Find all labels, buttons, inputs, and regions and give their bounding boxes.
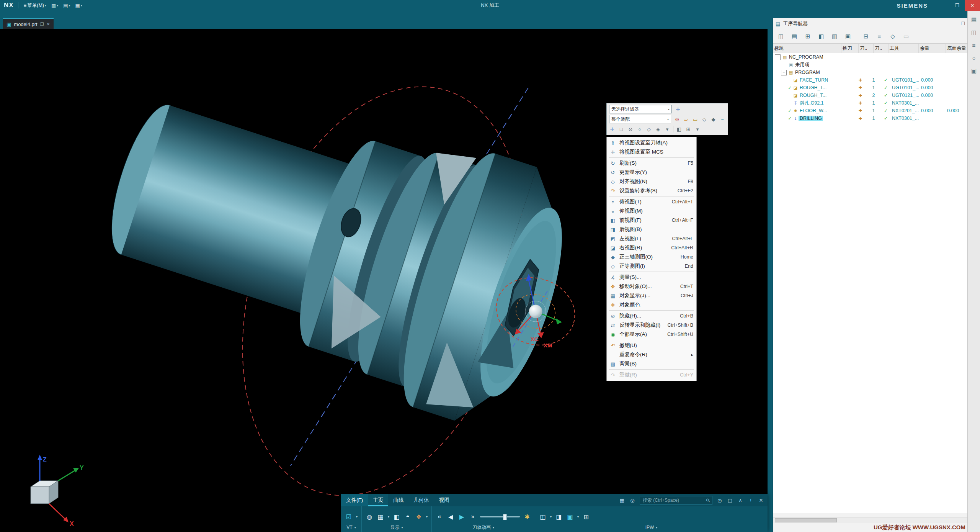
group-label-ipw[interactable]: IPW ▾ [539, 524, 764, 531]
half-section-icon[interactable]: ◧ [393, 513, 400, 521]
tree-row-nc-program[interactable]: − ▤ NC_PROGRAM [773, 53, 968, 61]
menu-item-background[interactable]: ▨ 背景(B) [607, 359, 696, 368]
snap-more-icon[interactable]: ▾ [663, 125, 672, 133]
col-tool[interactable]: 工具 [889, 44, 919, 53]
midpoint-snap-icon[interactable]: ⊙ [626, 125, 635, 133]
rewind-icon[interactable]: « [436, 513, 443, 520]
edit-object-display-icon[interactable]: ❖ [415, 513, 423, 521]
group-label-toolpath-animation[interactable]: 刀轨动画 ▾ [436, 524, 531, 531]
quick-access-save-button[interactable]: ▥ ▾ [50, 2, 59, 9]
col-toolchange[interactable]: 换刀 [841, 44, 859, 53]
scrollbar-thumb[interactable] [775, 518, 837, 522]
btn-export[interactable]: ◇ [887, 31, 899, 42]
tree-row-face-turn[interactable]: ◪ FACE_TURN ✚ 1 ✓ UGT0101_... 0.000 [773, 76, 968, 84]
alert-icon[interactable]: ! [746, 496, 755, 505]
view-orient-icon[interactable]: ◓ [404, 513, 412, 520]
no-selection-icon[interactable]: ⊘ [673, 115, 682, 123]
menu-item-refresh[interactable]: ↻ 刷新(S) F5 [607, 159, 696, 168]
menu-item-set-rotation-reference[interactable]: ↷ 设置旋转参考(S) Ctrl+F2 [607, 186, 696, 195]
face-snap-icon[interactable]: ◧ [675, 125, 684, 133]
chevron-down-icon[interactable]: ▾ [577, 515, 579, 519]
menu-item-update-display[interactable]: ↺ 更新显示(Y) [607, 168, 696, 177]
reuse-library-icon[interactable]: ○ [972, 55, 975, 61]
tab-close-icon[interactable]: ✕ [47, 22, 50, 27]
btn-machine-tool-view[interactable]: ▤ [788, 31, 800, 42]
animation-settings-icon[interactable]: ✱ [523, 513, 531, 521]
col-path[interactable]: 刀.. [874, 44, 889, 53]
quadrant-snap-icon[interactable]: ◇ [644, 125, 653, 133]
tab-curve[interactable]: 曲线 [388, 494, 408, 506]
ipw-compare-icon[interactable]: ◨ [555, 513, 563, 521]
btn-geometry-view[interactable]: ⊞ [802, 31, 814, 42]
col-title[interactable]: 标题 [773, 44, 841, 53]
tree-row-rough-turn-2[interactable]: ◪ ROUGH_T... ✚ 2 ✓ UGT0121_... 0.000 [773, 92, 968, 99]
edge-filter-icon[interactable]: ◇ [700, 115, 709, 123]
grid-snap-icon[interactable]: ⊞ [684, 125, 693, 133]
face-filter-icon[interactable]: ▱ [682, 115, 691, 123]
ipw-create-icon[interactable]: ▣ [566, 513, 574, 521]
tab-float-icon[interactable]: ❐ [40, 22, 44, 27]
endpoint-snap-icon[interactable]: □ [617, 125, 626, 133]
search-input[interactable] [642, 497, 706, 503]
curve-filter-icon[interactable]: ~ [718, 115, 727, 123]
menu-item-undo[interactable]: ↶ 撤销(U) [607, 341, 696, 350]
slider-thumb[interactable] [503, 514, 507, 520]
vertex-filter-icon[interactable]: ◆ [709, 115, 718, 123]
menu-button[interactable]: ≡ 菜单(M) ▾ [23, 2, 47, 10]
history-icon[interactable]: ◷ [715, 496, 724, 505]
quick-access-layout-button[interactable]: ▦ ▾ [74, 2, 83, 9]
close-button[interactable]: ✕ [965, 0, 980, 11]
btn-collapse-all[interactable]: ⊟ [860, 31, 872, 42]
chevron-down-icon[interactable]: ▾ [550, 515, 552, 519]
circle-center-snap-icon[interactable]: ○ [635, 125, 644, 133]
play-icon[interactable]: ▶ [458, 513, 466, 521]
touch-mode-icon[interactable]: ◎ [628, 496, 637, 505]
menu-item-measure[interactable]: ∡ 测量(S)... [607, 273, 696, 282]
menu-item-bottom-view[interactable]: ◒ 仰视图(M) [607, 206, 696, 216]
tree-row-drilling-selected[interactable]: ✓ ↧ DRILLING ✚ 1 ✓ NXT0301_... [773, 115, 968, 122]
shaded-display-icon[interactable]: ◍ [366, 513, 373, 521]
menu-item-object-display[interactable]: ▦ 对象显示(J)... Ctrl+J [607, 291, 696, 300]
chevron-down-icon[interactable]: ▾ [388, 515, 389, 519]
snap-options-icon[interactable]: ▾ [693, 125, 702, 133]
menu-item-right-view[interactable]: ◪ 右视图(R) Ctrl+Alt+R [607, 243, 696, 252]
menu-item-snap-view[interactable]: ◇ 对齐视图(N) F8 [607, 177, 696, 186]
turned-part-solid[interactable] [81, 46, 590, 437]
btn-expand-all[interactable]: ≡ [873, 31, 885, 42]
maximize-button[interactable]: ❐ [949, 0, 965, 11]
group-label-display[interactable]: 显示 ▾ [366, 524, 428, 531]
grid-icon[interactable]: ▦ [617, 496, 627, 505]
hd3d-tools-icon[interactable]: ▣ [971, 67, 977, 74]
orientation-triad[interactable]: Z Y X [31, 455, 84, 527]
menu-item-front-view[interactable]: ◧ 前视图(F) Ctrl+Alt+F [607, 216, 696, 225]
tab-view[interactable]: 视图 [434, 494, 454, 506]
tree-row-program[interactable]: − ▤ PROGRAM [773, 69, 968, 76]
selection-scope-dropdown[interactable]: 整个装配 ▾ [609, 115, 671, 123]
assembly-navigator-icon[interactable]: ▤ [971, 16, 977, 23]
menu-item-hide[interactable]: ⊘ 隐藏(H)... Ctrl+B [607, 311, 696, 321]
snap-point-icon[interactable]: ✛ [673, 105, 683, 113]
tree-row-angled-hole[interactable]: ↧ 斜孔,G92.1 ✚ 1 ✓ NXT0301_... [773, 99, 968, 107]
btn-columns[interactable]: ▣ [842, 31, 854, 42]
minimize-ribbon-icon[interactable]: ∧ [736, 496, 745, 505]
menu-item-set-view-to-tool-axis[interactable]: ⇑ 将视图设置至刀轴(A) [607, 138, 696, 147]
document-tab[interactable]: ▣ model4.prt ❐ ✕ [3, 18, 54, 29]
btn-machining-method-view[interactable]: ◧ [815, 31, 827, 42]
animation-speed-slider[interactable] [480, 516, 520, 517]
command-search-box[interactable]: ⚲ [640, 496, 712, 505]
menu-item-trimetric-view[interactable]: ◆ 正三轴测图(O) Home [607, 252, 696, 262]
minimize-button[interactable]: — [934, 0, 949, 11]
menu-item-move-object[interactable]: ✥ 移动对象(O)... Ctrl+T [607, 282, 696, 291]
group-label-vt[interactable]: VT ▾ [345, 524, 358, 531]
constraint-navigator-icon[interactable]: ◫ [971, 29, 977, 36]
vt-toggle-icon[interactable]: ☑ [345, 513, 353, 521]
ipw-display-icon[interactable]: ◫ [539, 513, 547, 521]
fullscreen-icon[interactable]: ▢ [725, 496, 735, 505]
ipw-save-icon[interactable]: ⊞ [582, 513, 590, 521]
tab-home[interactable]: 主页 [368, 494, 388, 506]
fast-forward-icon[interactable]: » [469, 513, 477, 520]
tab-file[interactable]: 文件(F) [341, 494, 368, 506]
menu-item-repeat-command[interactable]: 重复命令(R) ▸ [607, 350, 696, 359]
menu-item-object-color[interactable]: ❖ 对象颜色 [607, 300, 696, 309]
quick-access-window-button[interactable]: ▤ ▾ [62, 2, 71, 9]
